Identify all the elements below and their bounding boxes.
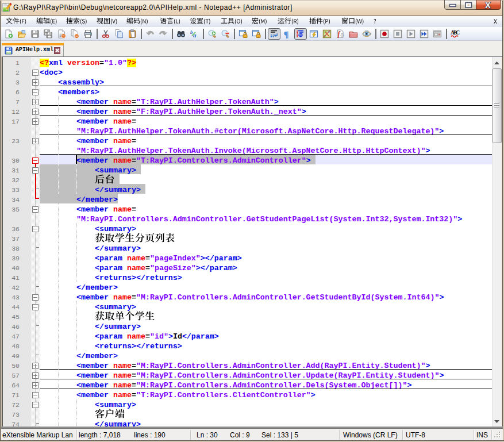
svg-text:{}: {} <box>340 32 344 37</box>
svg-text:ABC: ABC <box>451 30 460 36</box>
svg-text:¶: ¶ <box>283 29 288 39</box>
svg-text:X: X <box>485 1 491 10</box>
